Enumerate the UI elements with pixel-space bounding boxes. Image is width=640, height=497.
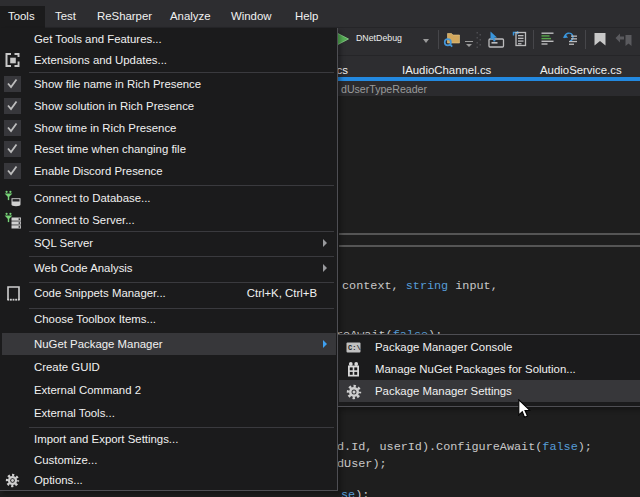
svg-text:C:\: C:\	[348, 344, 361, 352]
